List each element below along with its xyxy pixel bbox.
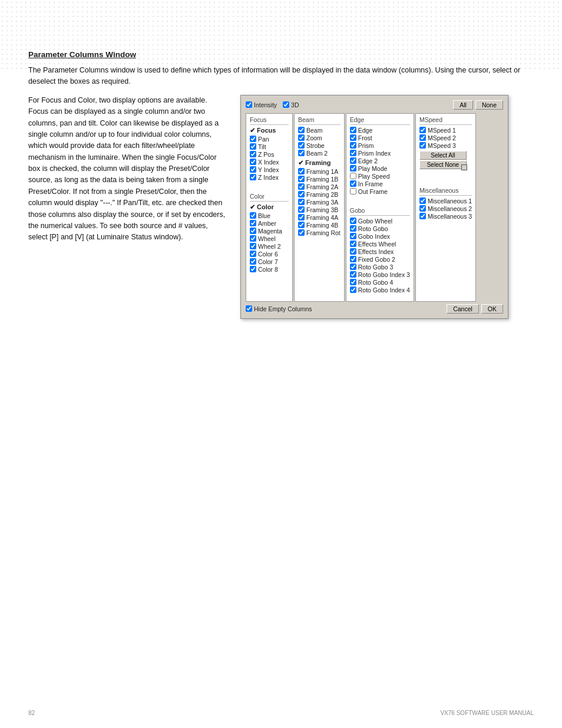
mspeed2-checkbox[interactable] [419,134,426,141]
strobe-item[interactable]: Strobe [298,142,340,149]
framing4a-item[interactable]: Framing 4A [298,214,340,221]
gobowheel-item[interactable]: Gobo Wheel [350,218,410,225]
framing4b-item[interactable]: Framing 4B [298,222,340,229]
amber-checkbox[interactable] [250,220,256,226]
playspeed-checkbox[interactable] [350,173,356,179]
frost-checkbox[interactable] [350,134,356,141]
tilt-item[interactable]: Tilt [250,143,289,150]
fixedgobo2-checkbox[interactable] [350,256,356,262]
effectsindex-checkbox[interactable] [350,248,356,255]
zoom-checkbox[interactable] [298,134,305,141]
blue-item[interactable]: Blue [250,212,289,219]
playspeed-item[interactable]: Play Speed [350,173,410,180]
wheel-checkbox[interactable] [250,235,256,242]
framing2b-item[interactable]: Framing 2B [298,191,340,198]
rotogoboindex3-item[interactable]: Roto Gobo Index 3 [350,271,410,278]
rotogoboindex3-checkbox[interactable] [350,271,356,278]
rotogoboindex4-item[interactable]: Roto Gobo Index 4 [350,286,410,294]
gobowheel-checkbox[interactable] [350,218,356,224]
mspeed3-item[interactable]: MSpeed 3 [419,142,472,149]
framing2a-item[interactable]: Framing 2A [298,183,340,190]
zindex-checkbox[interactable] [250,174,256,180]
framing3a-item[interactable]: Framing 3A [298,199,340,206]
effectswheel-item[interactable]: Effects Wheel [350,241,410,248]
mspeed3-checkbox[interactable] [419,142,426,149]
intensity-checkbox-item[interactable]: Intensity [246,101,277,108]
framing1a-item[interactable]: Framing 1A [298,168,340,175]
color6-checkbox[interactable] [250,251,256,257]
effectsindex-item[interactable]: Effects Index [350,248,410,255]
framing1a-checkbox[interactable] [298,168,305,174]
select-all-button[interactable]: Select All [419,151,467,160]
framing2a-checkbox[interactable] [298,183,305,190]
wheel2-checkbox[interactable] [250,243,256,249]
fixedgobo2-item[interactable]: Fixed Gobo 2 [350,256,410,263]
edge-item[interactable]: Edge [350,127,410,134]
rotogoboindex4-checkbox[interactable] [350,286,356,293]
edge-checkbox[interactable] [350,127,356,133]
edge2-item[interactable]: Edge 2 [350,157,410,164]
playmode-item[interactable]: Play Mode [350,165,410,172]
playmode-checkbox[interactable] [350,165,356,172]
color8-item[interactable]: Color 8 [250,266,289,273]
rotogobo-item[interactable]: Roto Gobo [350,225,410,232]
strobe-checkbox[interactable] [298,142,305,149]
rotogobo3-checkbox[interactable] [350,263,356,270]
goboindex-checkbox[interactable] [350,233,356,239]
rotogobo-checkbox[interactable] [350,225,356,232]
misc3-checkbox[interactable] [419,213,426,219]
select-none-button[interactable]: Select None [419,160,467,169]
effectswheel-checkbox[interactable] [350,241,356,247]
framing2b-checkbox[interactable] [298,191,305,197]
mspeed1-item[interactable]: MSpeed 1 [419,127,472,134]
misc2-item[interactable]: Miscellaneous 2 [419,205,472,212]
intensity-checkbox[interactable] [246,101,252,108]
color8-checkbox[interactable] [250,266,256,272]
xindex-item[interactable]: X Index [250,159,289,166]
color7-checkbox[interactable] [250,258,256,265]
zoom-item[interactable]: Zoom [298,134,340,141]
pan-item[interactable]: Pan [250,136,289,143]
color7-item[interactable]: Color 7 [250,258,289,265]
beam-checkbox[interactable] [298,127,305,133]
rotogobo3-item[interactable]: Roto Gobo 3 [350,263,410,271]
framing3a-checkbox[interactable] [298,199,305,205]
beam-item[interactable]: Beam [298,127,340,134]
outframe-item[interactable]: Out Frame [350,188,410,195]
prism-checkbox[interactable] [350,142,356,149]
prismindex-checkbox[interactable] [350,150,356,156]
rotogobo4-item[interactable]: Roto Gobo 4 [350,279,410,286]
tilt-checkbox[interactable] [250,143,256,150]
cancel-button[interactable]: Cancel [447,304,479,314]
misc1-item[interactable]: Miscellaneous 1 [419,197,472,205]
none-button[interactable]: None [475,100,503,110]
framing1b-item[interactable]: Framing 1B [298,176,340,183]
framingrot-checkbox[interactable] [298,229,305,236]
inframe-checkbox[interactable] [350,180,356,187]
beam2-item[interactable]: Beam 2 [298,150,340,157]
inframe-item[interactable]: In Frame [350,180,410,187]
amber-item[interactable]: Amber [250,220,289,227]
misc1-checkbox[interactable] [419,197,426,204]
hide-empty-checkbox[interactable] [246,305,252,312]
magenta-item[interactable]: Magenta [250,228,289,235]
framing4b-checkbox[interactable] [298,222,305,228]
framing1b-checkbox[interactable] [298,176,305,182]
xindex-checkbox[interactable] [250,159,256,165]
edge2-checkbox[interactable] [350,157,356,164]
framing3b-item[interactable]: Framing 3B [298,206,340,213]
3d-checkbox-item[interactable]: 3D [283,101,299,108]
misc2-checkbox[interactable] [419,205,426,212]
frost-item[interactable]: Frost [350,134,410,141]
mspeed1-checkbox[interactable] [419,127,426,133]
goboindex-item[interactable]: Gobo Index [350,233,410,240]
prismindex-item[interactable]: Prism Index [350,150,410,157]
color6-item[interactable]: Color 6 [250,251,289,258]
wheel2-item[interactable]: Wheel 2 [250,243,289,250]
zpos-checkbox[interactable] [250,151,256,157]
framingrot-item[interactable]: Framing Rot [298,229,340,236]
mspeed2-item[interactable]: MSpeed 2 [419,134,472,141]
pan-checkbox[interactable] [250,136,256,142]
blue-checkbox[interactable] [250,212,256,219]
rotogobo4-checkbox[interactable] [350,279,356,285]
